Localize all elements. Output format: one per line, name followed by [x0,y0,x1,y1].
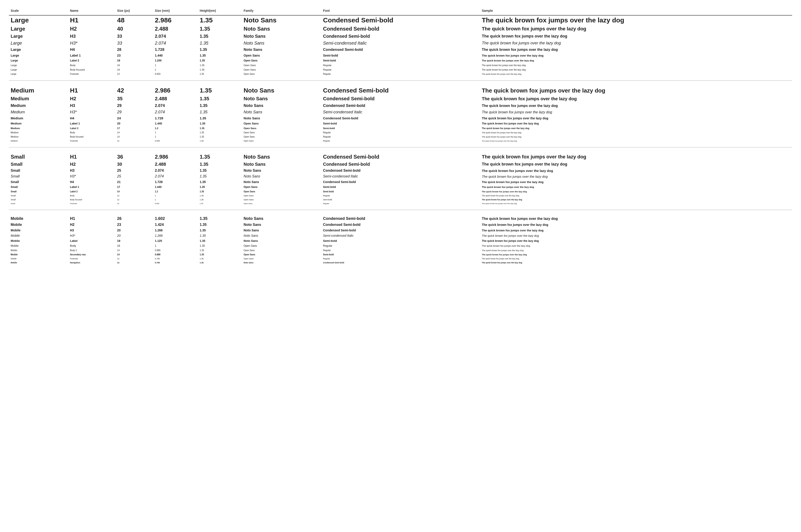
table-row: Small Body 12 1 1.35 Open Sans Regular T… [9,194,792,198]
cell-sample: The quick brown fox jumps over the lazy … [480,168,792,173]
cell-size-rem: 2.488 [153,25,198,33]
cell-sample: The quick brown fox jumps over the lazy … [480,198,792,202]
cell-size-rem: 1.602 [153,210,198,222]
cell-height: 1.35 [198,115,242,121]
cell-sample: The quick brown fox jumps over the lazy … [480,238,792,243]
cell-scale: Medium [9,109,68,115]
cell-family: Open Sans [242,53,321,58]
cell-sample: The quick brown fox jumps over the lazy … [480,261,792,265]
table-row: Medium Body focused 14 1 1.35 Open Sans … [9,135,792,139]
cell-size-px: 29 [115,109,153,115]
cell-name: H4 [68,179,115,185]
cell-size-px: 12 [115,194,153,198]
table-row: Small Body focused 12 1 1.35 Open Sans S… [9,198,792,202]
cell-size-px: 16 [115,63,153,68]
table-row: Small H3* 25 2.074 1.35 Noto Sans Semi-c… [9,173,792,179]
cell-sample: The quick brown fox jumps over the lazy … [480,80,792,95]
cell-font: Semi-bold [321,121,480,126]
cell-family: Noto Sans [242,95,321,102]
cell-family: Open Sans [242,68,321,72]
cell-name: Label [68,238,115,243]
cell-font: Regular [321,135,480,139]
cell-scale: Medium [9,135,68,139]
cell-height: 1.35 [198,102,242,109]
cell-sample: The quick brown fox jumps over the lazy … [480,130,792,135]
cell-font: Condensed Semi-bold [321,15,480,25]
cell-name: Label 1 [68,121,115,126]
cell-sample: The quick brown fox jumps over the lazy … [480,210,792,222]
table-row: Medium H3 29 2.074 1.35 Noto Sans Conden… [9,102,792,109]
cell-size-rem: 2.074 [153,173,198,179]
cell-height: 1.35 [198,198,242,202]
cell-family: Open Sans [242,185,321,189]
col-header-name: Name [68,7,115,15]
cell-font: Semi-condensed Italic [321,173,480,179]
table-row: Small Label 2 14 1.2 1.35 Open Sans Semi… [9,189,792,194]
table-row: Mobile H3 20 1.266 1.35 Noto Sans Conden… [9,228,792,233]
cell-height: 1.35 [198,243,242,248]
cell-name: H3* [68,233,115,238]
cell-height: 1.35 [198,233,242,238]
cell-height: 1.35 [198,147,242,161]
cell-size-px: 20 [115,233,153,238]
cell-height: 1.35 [198,168,242,173]
cell-family: Open Sans [242,63,321,68]
cell-scale: Small [9,161,68,168]
cell-scale: Small [9,198,68,202]
table-row: Medium H1 42 2.986 1.35 Noto Sans Conden… [9,80,792,95]
col-header-height: Height(em) [198,7,242,15]
cell-family: Noto Sans [242,179,321,185]
cell-family: Noto Sans [242,261,321,265]
table-row: Mobile H2 23 1.424 1.35 Noto Sans Conden… [9,222,792,228]
cell-font: Condensed Semi-bold [321,33,480,40]
cell-size-px: 13 [115,72,153,76]
cell-size-px: 35 [115,95,153,102]
cell-size-rem: 1 [153,243,198,248]
cell-scale: Medium [9,126,68,130]
cell-size-px: 13 [115,257,153,261]
cell-height: 1.35 [198,80,242,95]
table-row: Medium H2 35 2.488 1.35 Noto Sans Conden… [9,95,792,102]
table-row: Mobile Navigation 13 0.790 1.35 Noto San… [9,261,792,265]
table-row: Large H1 48 2.986 1.35 Noto Sans Condens… [9,15,792,25]
cell-size-rem: 1 [153,198,198,202]
cell-size-px: 17 [115,185,153,189]
cell-size-rem: 2.074 [153,109,198,115]
cell-sample: The quick brown fox jumps over the lazy … [480,135,792,139]
cell-sample: The quick brown fox jumps over the lazy … [480,243,792,248]
cell-height: 1.35 [198,257,242,261]
cell-family: Noto Sans [242,46,321,53]
cell-size-rem: 2.074 [153,40,198,46]
cell-size-px: 12 [115,198,153,202]
cell-font: Condensed Semi-bold [321,228,480,233]
table-row: Large Body 16 1 1.35 Open Sans Regular T… [9,63,792,68]
cell-family: Open Sans [242,252,321,257]
cell-scale: Large [9,40,68,46]
cell-size-px: 10 [115,202,153,205]
cell-name: Secondary nav [68,252,115,257]
cell-name: H2 [68,161,115,168]
cell-size-rem: 0.833 [153,202,198,205]
cell-family: Noto Sans [242,222,321,228]
cell-height: 1.35 [198,33,242,40]
cell-font: Condensed Semi-bold [321,210,480,222]
cell-height: 1.35 [198,222,242,228]
cell-size-rem: 2.986 [153,147,198,161]
table-row: Small H3 25 2.074 1.35 Noto Sans Condens… [9,168,792,173]
cell-height: 1.35 [198,121,242,126]
cell-scale: Small [9,168,68,173]
cell-name: H1 [68,210,115,222]
cell-scale: Medium [9,115,68,121]
col-header-family: Family [242,7,321,15]
cell-family: Noto Sans [242,33,321,40]
cell-height: 1.35 [198,179,242,185]
cell-name: H2 [68,222,115,228]
cell-name: Footnote [68,72,115,76]
cell-size-px: 48 [115,15,153,25]
cell-height: 1.35 [198,261,242,265]
cell-family: Noto Sans [242,102,321,109]
cell-font: Regular [321,72,480,76]
table-row: Mobile Body 16 1 1.35 Open Sans Regular … [9,243,792,248]
cell-scale: Large [9,72,68,76]
cell-name: H2 [68,25,115,33]
